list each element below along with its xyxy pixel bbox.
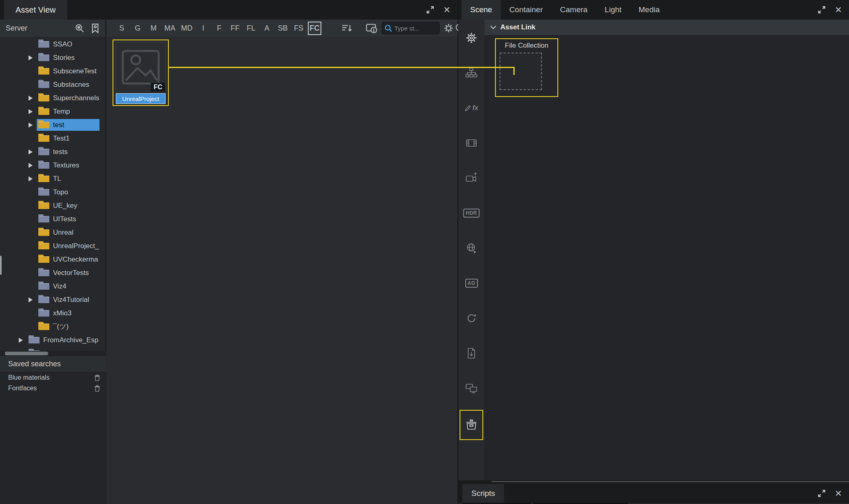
- file-collection-icon[interactable]: [464, 417, 479, 433]
- sort-icon[interactable]: [341, 23, 352, 33]
- filter-a-button[interactable]: A: [260, 22, 274, 35]
- settings-gear-icon[interactable]: [464, 30, 479, 46]
- tree-item-ue-key[interactable]: UE_key: [0, 199, 105, 212]
- expand-arrow-icon[interactable]: [29, 109, 37, 114]
- asset-info-icon[interactable]: [365, 22, 378, 34]
- tree-item-label: Textures: [53, 161, 79, 169]
- edit-fx-icon[interactable]: fx: [464, 100, 479, 116]
- dual-display-icon[interactable]: [464, 381, 479, 396]
- close-icon[interactable]: ×: [835, 488, 842, 499]
- asset-view-title: Asset View: [15, 5, 56, 15]
- tree-item-viz4tutorial[interactable]: Viz4Tutorial: [0, 293, 105, 306]
- horizontal-scrollbar-thumb[interactable]: [5, 352, 48, 355]
- tree-item-vectortests[interactable]: VectorTests: [0, 266, 105, 280]
- hdr-icon[interactable]: HDR: [464, 205, 479, 221]
- filter-fc-button[interactable]: FC: [308, 22, 321, 35]
- tree-item-stories[interactable]: Stories: [0, 51, 105, 64]
- tree-item-uvcheckerma[interactable]: UVCheckerma: [0, 253, 105, 266]
- tree-item-label: TL: [53, 175, 61, 183]
- filter-s-button[interactable]: S: [115, 22, 128, 35]
- bookmark-icon[interactable]: [90, 23, 100, 34]
- expand-arrow-icon[interactable]: [29, 297, 37, 302]
- tab-camera[interactable]: Camera: [551, 0, 596, 20]
- expand-arrow-icon[interactable]: [29, 55, 37, 60]
- filter-fs-button[interactable]: FS: [292, 22, 305, 35]
- expand-arrow-icon[interactable]: [29, 176, 37, 181]
- filter-ff-button[interactable]: FF: [228, 22, 242, 35]
- tree-item-body: SubsceneTest: [37, 65, 99, 77]
- tree-item-test1[interactable]: Test1: [0, 132, 105, 145]
- tree-item-unrealproject[interactable]: UnrealProject_: [0, 239, 105, 253]
- maximize-icon[interactable]: [817, 5, 826, 14]
- media-clip-icon[interactable]: [464, 135, 479, 151]
- saved-search-fontfaces[interactable]: Fontfaces: [0, 383, 106, 394]
- expand-arrow-icon[interactable]: [29, 163, 37, 168]
- tree-item-fromarchive-esp[interactable]: FromArchive_Esp: [0, 333, 105, 347]
- filter-g-button[interactable]: G: [131, 22, 144, 35]
- tree-item-topo[interactable]: Topo: [0, 185, 105, 199]
- saved-searches-panel: Saved searches Blue materialsFontfaces: [0, 356, 106, 504]
- trash-icon[interactable]: [94, 374, 100, 381]
- expand-arrow-icon[interactable]: [19, 338, 27, 343]
- tab-light[interactable]: Light: [596, 0, 630, 20]
- image-placeholder-icon: [119, 48, 162, 87]
- tree-item-xmio3[interactable]: xMio3: [0, 306, 105, 320]
- trash-icon[interactable]: [94, 385, 100, 392]
- folder-icon: [38, 108, 49, 115]
- tree-item-label: Stories: [53, 54, 75, 62]
- scripts-tab[interactable]: Scripts: [462, 484, 504, 503]
- scripts-panel-divider[interactable]: [492, 481, 849, 482]
- filter-f-button[interactable]: F: [212, 22, 226, 35]
- tree-item-ibrahim[interactable]: Ibrahim: [0, 347, 105, 351]
- camera-icon[interactable]: [464, 170, 479, 186]
- tree-item-uitests[interactable]: UITests: [0, 212, 105, 226]
- filter-m-button[interactable]: M: [147, 22, 160, 35]
- filter-md-button[interactable]: MD: [179, 22, 194, 35]
- tree-item-ssao[interactable]: SSAO: [0, 37, 105, 51]
- asset-link-title: Asset Link: [500, 23, 535, 31]
- tree-item-label: ¯(ツ): [53, 322, 69, 331]
- close-icon[interactable]: ×: [444, 4, 450, 15]
- rotate-icon[interactable]: [464, 310, 479, 326]
- script-import-icon[interactable]: [464, 346, 479, 361]
- folder-icon: [38, 135, 49, 142]
- close-icon[interactable]: ×: [835, 4, 842, 15]
- tree-item-unreal[interactable]: Unreal: [0, 226, 105, 239]
- panel-splitter-handle[interactable]: [0, 256, 2, 275]
- expand-arrow-icon[interactable]: [29, 123, 37, 128]
- tree-item-superchannels[interactable]: Superchannels: [0, 91, 105, 105]
- saved-search-blue-materials[interactable]: Blue materials: [0, 372, 106, 383]
- filter-sb-button[interactable]: SB: [276, 22, 290, 35]
- tree-item-test[interactable]: test: [0, 118, 105, 132]
- expand-arrow-icon[interactable]: [29, 150, 37, 154]
- tab-media[interactable]: Media: [630, 0, 668, 20]
- filter-i-button[interactable]: I: [197, 22, 210, 35]
- tree-item-label: Substacnes: [53, 81, 89, 89]
- maximize-icon[interactable]: [426, 5, 435, 14]
- tree-item-viz4[interactable]: Viz4: [0, 280, 105, 293]
- expand-arrow-icon[interactable]: [29, 96, 37, 101]
- file-collection-dropzone[interactable]: [500, 53, 542, 90]
- tree-item-textures[interactable]: Textures: [0, 158, 105, 172]
- tree-item-item[interactable]: ¯(ツ): [0, 320, 105, 333]
- asset-view-tab[interactable]: Asset View: [4, 0, 67, 20]
- server-folder-tree: SSAOStoriesSubsceneTestSubstacnesSuperch…: [0, 37, 106, 351]
- world-globe-icon[interactable]: [464, 240, 479, 256]
- tree-item-substacnes[interactable]: Substacnes: [0, 78, 105, 91]
- asset-tile-unrealproject[interactable]: FC UnrealProject: [113, 40, 169, 106]
- tree-item-temp[interactable]: Temp: [0, 105, 105, 118]
- asset-link-header[interactable]: Asset Link: [484, 20, 849, 35]
- tree-item-tests[interactable]: tests: [0, 145, 105, 158]
- filter-fl-button[interactable]: FL: [244, 22, 258, 35]
- ambient-occlusion-icon[interactable]: AO: [464, 275, 479, 291]
- folder-icon: [38, 297, 49, 303]
- tree-item-tl[interactable]: TL: [0, 172, 105, 185]
- search-settings-icon[interactable]: [74, 23, 85, 34]
- tab-container[interactable]: Container: [501, 0, 551, 20]
- tab-scene[interactable]: Scene: [462, 0, 501, 20]
- search-options-gear-icon[interactable]: [443, 22, 454, 34]
- maximize-icon[interactable]: [817, 489, 826, 498]
- filter-ma-button[interactable]: MA: [163, 22, 177, 35]
- tree-item-subscenetest[interactable]: SubsceneTest: [0, 64, 105, 78]
- folder-icon: [29, 337, 40, 343]
